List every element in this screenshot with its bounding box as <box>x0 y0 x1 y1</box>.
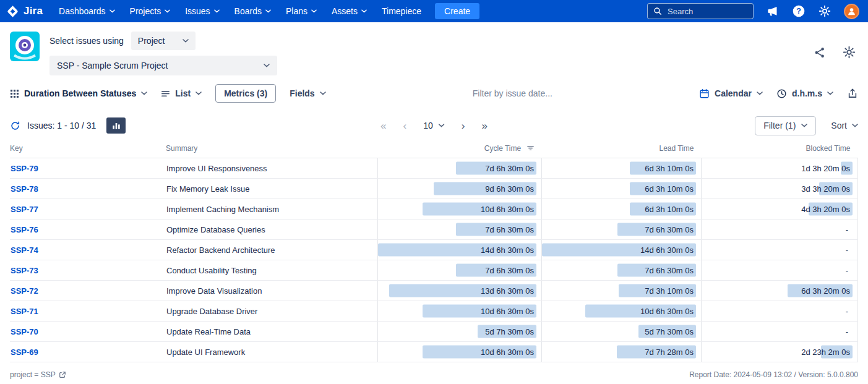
first-page-button[interactable]: « <box>380 121 386 131</box>
issue-date-filter-placeholder: Filter by issue date... <box>473 88 552 98</box>
duration-value: 7d 6h 30m 0s <box>645 225 694 234</box>
report-settings-icon[interactable] <box>843 46 856 59</box>
nav-menu: DashboardsProjectsIssuesBoardsPlansAsset… <box>59 6 421 16</box>
nav-item-dashboards[interactable]: Dashboards <box>59 6 115 16</box>
issue-summary: Conduct Usability Testing <box>166 260 378 281</box>
chevron-down-icon <box>110 9 115 13</box>
svg-text:?: ? <box>796 7 801 15</box>
nav-item-label: Assets <box>332 6 358 16</box>
sort-select[interactable]: Sort <box>831 121 858 130</box>
report-type-select[interactable]: Duration Between Statuses <box>10 88 147 98</box>
chevron-down-icon <box>320 92 326 95</box>
last-page-button[interactable]: » <box>481 121 487 131</box>
column-header-cycle-time[interactable]: Cycle Time <box>378 140 542 158</box>
cycle-time-cell: 7d 6h 30m 0s <box>378 220 542 240</box>
duration-value: 7d 6h 30m 0s <box>645 266 694 275</box>
page-footer: project = SSP Report Date: 2024-05-09 13… <box>0 362 868 379</box>
issue-key-link[interactable]: SSP-71 <box>11 307 38 316</box>
issue-key-link[interactable]: SSP-77 <box>11 205 38 214</box>
duration-value: 7d 6h 30m 0s <box>485 225 534 234</box>
issue-date-filter-input[interactable]: Filter by issue date... <box>466 88 559 98</box>
issue-summary: Implement Caching Mechanism <box>166 199 378 220</box>
page-size-select[interactable]: 10 <box>423 121 445 130</box>
issue-key-link[interactable]: SSP-72 <box>11 286 38 296</box>
search-input[interactable] <box>666 6 747 17</box>
column-header-key[interactable]: Key <box>10 140 166 158</box>
issue-summary: Optimize Database Queries <box>166 220 378 240</box>
user-avatar[interactable] <box>844 4 859 19</box>
table-row: SSP-72Improve Data Visualization13d 6h 3… <box>10 281 858 301</box>
create-button[interactable]: Create <box>435 3 479 19</box>
search-icon <box>653 7 662 15</box>
table-header-row: Key Summary Cycle Time Lead Time Blocked… <box>10 140 858 158</box>
nav-item-issues[interactable]: Issues <box>185 6 219 16</box>
share-icon[interactable] <box>814 46 826 59</box>
report-header: Select issues using Project SSP - Sample… <box>0 22 868 81</box>
column-header-summary[interactable]: Summary <box>166 140 378 158</box>
table-row: SSP-70Update Real-Time Data5d 7h 30m 0s5… <box>10 322 858 342</box>
table-row: SSP-74Refactor Backend Architecture14d 6… <box>10 240 858 260</box>
header-actions <box>814 46 856 59</box>
metrics-button[interactable]: Metrics (3) <box>215 84 276 103</box>
nav-item-assets[interactable]: Assets <box>332 6 367 16</box>
duration-value: 9d 6h 30m 0s <box>485 184 534 194</box>
fields-select[interactable]: Fields <box>290 88 325 98</box>
duration-value: 10d 6h 30m 0s <box>481 307 534 316</box>
issue-key-link[interactable]: SSP-69 <box>11 348 38 357</box>
table-row: SSP-71Upgrade Database Driver10d 6h 30m … <box>10 301 858 322</box>
brand-name: Jira <box>24 5 43 17</box>
duration-value: 10d 6h 30m 0s <box>640 307 694 316</box>
announcement-icon[interactable] <box>767 5 779 17</box>
nav-item-boards[interactable]: Boards <box>234 6 271 16</box>
issue-key-link[interactable]: SSP-76 <box>11 225 38 234</box>
issue-key-link[interactable]: SSP-70 <box>11 327 38 336</box>
cycle-time-cell: 7d 6h 30m 0s <box>378 260 542 281</box>
issue-summary: Upgrade Database Driver <box>166 301 378 322</box>
view-select-value: List <box>175 88 191 98</box>
issues-table-body: SSP-79Improve UI Responsiveness7d 6h 30m… <box>10 158 858 362</box>
refresh-icon[interactable] <box>10 121 20 131</box>
jira-logo[interactable]: Jira <box>6 5 43 18</box>
issue-key-link[interactable]: SSP-73 <box>11 266 38 275</box>
duration-value: - <box>846 266 850 275</box>
settings-icon[interactable] <box>819 5 831 17</box>
issue-key-link[interactable]: SSP-78 <box>11 184 38 194</box>
calendar-select[interactable]: Calendar <box>699 88 763 99</box>
filter-button[interactable]: Filter (1) <box>755 116 816 135</box>
cycle-time-cell: 10d 6h 30m 0s <box>378 342 542 362</box>
nav-item-plans[interactable]: Plans <box>286 6 317 16</box>
chart-view-button[interactable] <box>106 117 126 134</box>
lead-time-cell: 6d 3h 10m 0s <box>542 179 702 199</box>
nav-item-label: Boards <box>234 6 262 16</box>
fields-select-value: Fields <box>290 88 314 98</box>
blocked-time-cell: - <box>702 322 858 342</box>
nav-search[interactable] <box>647 3 754 19</box>
nav-item-projects[interactable]: Projects <box>130 6 171 16</box>
sort-filter-icon[interactable] <box>526 144 535 152</box>
chevron-down-icon <box>852 124 858 127</box>
bar-chart-icon <box>112 121 121 130</box>
issue-key-link[interactable]: SSP-79 <box>11 164 38 173</box>
blocked-time-cell: - <box>702 301 858 322</box>
next-page-button[interactable]: › <box>462 121 465 131</box>
prev-page-button[interactable]: ‹ <box>403 121 407 131</box>
export-icon[interactable] <box>847 88 858 99</box>
nav-item-timepiece[interactable]: Timepiece <box>382 6 421 16</box>
project-select[interactable]: SSP - Sample Scrum Project <box>49 56 277 75</box>
jql-query-link[interactable]: project = SSP <box>10 370 66 379</box>
duration-value: 3d 3h 20m 0s <box>801 184 850 194</box>
blocked-time-cell: 4d 3h 20m 0s <box>702 199 858 220</box>
help-icon[interactable]: ? <box>792 4 806 18</box>
issue-source-select[interactable]: Project <box>131 32 196 50</box>
page-size-value: 10 <box>423 121 433 130</box>
time-format-select[interactable]: d.h.m.s <box>776 88 833 99</box>
chevron-down-icon <box>265 9 271 13</box>
column-header-lead-time[interactable]: Lead Time <box>542 140 702 158</box>
duration-value: - <box>846 225 850 234</box>
column-header-blocked-time[interactable]: Blocked Time <box>702 140 858 158</box>
issue-key-link[interactable]: SSP-74 <box>11 245 38 255</box>
table-row: SSP-79Improve UI Responsiveness7d 6h 30m… <box>10 158 858 179</box>
duration-value: 7d 7h 28m 0s <box>645 348 694 357</box>
column-header-cycle-time-label: Cycle Time <box>484 144 521 153</box>
view-select[interactable]: List <box>161 88 202 98</box>
